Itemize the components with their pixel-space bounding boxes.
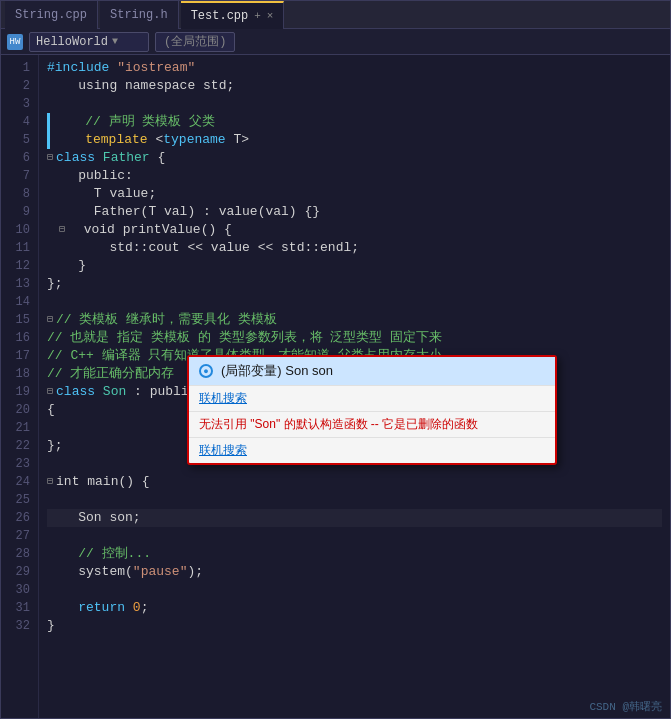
- collapse-icon[interactable]: ⊟: [47, 149, 53, 167]
- code-line: // 控制...: [47, 545, 662, 563]
- code-line: template <typename T>: [47, 131, 662, 149]
- code-area: 1 2 3 4 5 6 7 8 9 10 11 12 13 14 15 16 1…: [1, 55, 670, 718]
- local-var-icon: ●: [199, 364, 213, 378]
- template-indicator: [47, 131, 50, 149]
- autocomplete-item-local-var[interactable]: ● (局部变量) Son son: [189, 357, 555, 386]
- scope-dropdown[interactable]: (全局范围): [155, 32, 235, 52]
- code-line: Father(T val) : value(val) {}: [47, 203, 662, 221]
- code-line: };: [47, 275, 662, 293]
- watermark: CSDN @韩曙亮: [589, 699, 662, 714]
- code-line: using namespace std;: [47, 77, 662, 95]
- autocomplete-error: 无法引用 "Son" 的默认构造函数 -- 它是已删除的函数: [189, 412, 555, 438]
- autocomplete-link-search-1[interactable]: 联机搜索: [189, 386, 555, 412]
- chevron-down-icon: ▼: [112, 36, 142, 47]
- code-content[interactable]: #include "iostream" using namespace std;…: [39, 55, 670, 718]
- code-line: }: [47, 257, 662, 275]
- close-icon[interactable]: ×: [267, 10, 274, 22]
- collapse-icon[interactable]: ⊟: [47, 383, 53, 401]
- code-line: // 也就是 指定 类模板 的 类型参数列表，将 泛型类型 固定下来: [47, 329, 662, 347]
- code-line: T value;: [47, 185, 662, 203]
- code-line: return 0;: [47, 599, 662, 617]
- add-icon[interactable]: +: [254, 10, 261, 22]
- code-line: system("pause");: [47, 563, 662, 581]
- autocomplete-popup: ● (局部变量) Son son 联机搜索 无法引用 "Son" 的默认构造函数…: [187, 355, 557, 465]
- project-icon: HW: [7, 34, 23, 50]
- code-line: [47, 95, 662, 113]
- code-line: [47, 527, 662, 545]
- tab-string-h[interactable]: String.h: [100, 1, 179, 29]
- editor-window: String.cpp String.h Test.cpp + × HW Hell…: [0, 0, 671, 719]
- template-indicator: [47, 113, 50, 131]
- code-line: [47, 491, 662, 509]
- code-line: [47, 581, 662, 599]
- code-line: [47, 293, 662, 311]
- code-line: // 声明 类模板 父类: [47, 113, 662, 131]
- autocomplete-link-search-2[interactable]: 联机搜索: [189, 438, 555, 463]
- toolbar: HW HelloWorld ▼ (全局范围): [1, 29, 670, 55]
- code-line: public:: [47, 167, 662, 185]
- code-line: #include "iostream": [47, 59, 662, 77]
- code-line: ⊟ // 类模板 继承时，需要具化 类模板: [47, 311, 662, 329]
- tab-string-cpp[interactable]: String.cpp: [5, 1, 98, 29]
- code-line: ⊟ void printValue() {: [47, 221, 662, 239]
- context-dropdown[interactable]: HelloWorld ▼: [29, 32, 149, 52]
- collapse-icon[interactable]: ⊟: [47, 473, 53, 491]
- collapse-icon[interactable]: ⊟: [59, 221, 65, 239]
- code-line: Son son;: [47, 509, 662, 527]
- line-numbers: 1 2 3 4 5 6 7 8 9 10 11 12 13 14 15 16 1…: [1, 55, 39, 718]
- code-line: ⊟ class Father {: [47, 149, 662, 167]
- code-line: std::cout << value << std::endl;: [47, 239, 662, 257]
- tab-bar: String.cpp String.h Test.cpp + ×: [1, 1, 670, 29]
- collapse-icon[interactable]: ⊟: [47, 311, 53, 329]
- code-line: }: [47, 617, 662, 635]
- code-line: ⊟ int main() {: [47, 473, 662, 491]
- tab-test-cpp[interactable]: Test.cpp + ×: [181, 1, 285, 29]
